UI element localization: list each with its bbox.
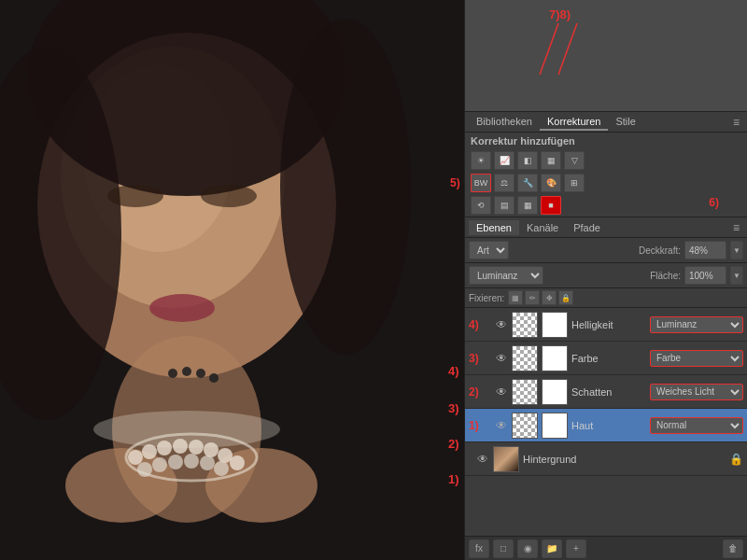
svg-point-22 bbox=[230, 455, 245, 470]
layer-haut-blend[interactable]: Normal bbox=[650, 417, 743, 434]
layer-farbe[interactable]: 3) 👁 Farbe Farbe bbox=[465, 342, 747, 375]
invert-icon[interactable]: ⟲ bbox=[471, 196, 491, 215]
svg-point-26 bbox=[184, 454, 199, 469]
lock-move-btn[interactable]: ✥ bbox=[542, 290, 557, 305]
blend-mode-select[interactable]: Luminanz bbox=[469, 266, 543, 285]
layer-schatten-thumb bbox=[512, 379, 538, 405]
gradient-map-icon[interactable]: ▤ bbox=[494, 196, 514, 215]
tab-ebenen[interactable]: Ebenen bbox=[469, 220, 519, 235]
layer-farbe-blend[interactable]: Farbe bbox=[650, 350, 743, 367]
layer-helligkeit-visibility[interactable]: 👁 bbox=[493, 316, 510, 333]
layer-hintergrund-thumb bbox=[493, 446, 519, 472]
layer-haut-visibility[interactable]: 👁 bbox=[493, 417, 510, 434]
layer-farbe-name: Farbe bbox=[571, 353, 650, 364]
layer-schatten-name: Schatten bbox=[571, 386, 650, 398]
svg-point-25 bbox=[168, 455, 183, 469]
new-layer-button[interactable]: + bbox=[566, 539, 586, 558]
layer-haut-thumb bbox=[512, 413, 538, 439]
layer-type-select[interactable]: Art bbox=[469, 241, 509, 259]
channel-mix-icon[interactable]: 🔧 bbox=[517, 174, 538, 192]
layer-hintergrund-name: Hintergrund bbox=[523, 454, 627, 465]
layer-farbe-visibility[interactable]: 👁 bbox=[493, 350, 510, 367]
lock-transparent-btn[interactable]: ▦ bbox=[508, 290, 523, 305]
new-group-button[interactable]: 📁 bbox=[542, 539, 562, 558]
svg-point-16 bbox=[142, 444, 157, 459]
layer-helligkeit[interactable]: 4) 👁 Helligkeit Luminanz bbox=[465, 308, 747, 342]
annotation-1: 1) bbox=[448, 472, 459, 486]
layer-schatten-visibility[interactable]: 👁 bbox=[493, 384, 510, 400]
layer-helligkeit-blend[interactable]: Luminanz bbox=[650, 316, 743, 333]
photo-filter-icon[interactable]: ⚖ bbox=[494, 174, 514, 192]
layer-hintergrund[interactable]: 👁 Hintergrund 🔒 bbox=[465, 442, 747, 476]
fx-button[interactable]: fx bbox=[469, 539, 489, 558]
svg-point-8 bbox=[201, 185, 257, 207]
opacity-label: Deckkraft: bbox=[639, 245, 681, 256]
svg-point-15 bbox=[128, 450, 143, 465]
svg-point-11 bbox=[93, 411, 280, 448]
tab-kanaele[interactable]: Kanäle bbox=[519, 220, 566, 235]
layer-helligkeit-annotation: 4) bbox=[469, 318, 479, 331]
solid-color-icon[interactable]: ■ bbox=[541, 196, 561, 215]
lock-all-btn[interactable]: 🔒 bbox=[558, 290, 573, 305]
mode-opacity-row: Art Deckkraft: ▼ bbox=[465, 238, 747, 263]
brightness-icon[interactable]: ☀ bbox=[471, 151, 491, 170]
corrections-panel: Korrektur hinzufügen ☀ 📈 ◧ ▦ ▽ 5) BW ⚖ 🔧… bbox=[465, 133, 747, 217]
annotation-5-label: 5) bbox=[450, 176, 460, 189]
color-lookup-icon[interactable]: 🎨 bbox=[541, 174, 561, 192]
tab-stile[interactable]: Stile bbox=[608, 114, 642, 131]
tab-pfade[interactable]: Pfade bbox=[566, 220, 608, 235]
svg-line-34 bbox=[558, 23, 577, 75]
svg-point-18 bbox=[173, 439, 188, 454]
opacity-arrow-btn[interactable]: ▼ bbox=[730, 241, 743, 259]
tab-korrekturen[interactable]: Korrekturen bbox=[540, 114, 608, 131]
svg-point-6 bbox=[280, 19, 411, 355]
layer-hintergrund-visibility[interactable]: 👁 bbox=[474, 451, 491, 468]
fill-input[interactable] bbox=[684, 266, 726, 285]
annotation-4: 4) bbox=[448, 364, 459, 378]
layer-helligkeit-mask bbox=[542, 312, 568, 338]
layer-hintergrund-lock-icon: 🔒 bbox=[729, 453, 743, 466]
layers-menu-btn[interactable]: ≡ bbox=[729, 221, 743, 234]
exposure-icon[interactable]: ◧ bbox=[517, 151, 538, 170]
panels: 7)8) Bibliotheken Korrekturen Stile ≡ Ko… bbox=[464, 0, 747, 560]
posterize-icon[interactable]: ⊞ bbox=[564, 174, 585, 192]
hsl-icon[interactable]: ▽ bbox=[564, 151, 585, 170]
layer-schatten-mask bbox=[542, 379, 568, 405]
svg-point-19 bbox=[189, 440, 204, 455]
corrections-row2: 5) BW ⚖ 🔧 🎨 ⊞ bbox=[465, 172, 747, 194]
add-mask-button[interactable]: □ bbox=[493, 539, 514, 558]
annotation-3: 3) bbox=[448, 401, 459, 415]
svg-point-29 bbox=[168, 369, 177, 378]
fill-label: Fläche: bbox=[650, 271, 681, 281]
annotation-6-label: 6) bbox=[709, 196, 719, 209]
layer-haut[interactable]: 1) 👁 Haut Normal bbox=[465, 409, 747, 442]
layer-schatten[interactable]: 2) 👁 Schatten Weiches Licht bbox=[465, 375, 747, 409]
curves-icon[interactable]: 📈 bbox=[494, 151, 514, 170]
svg-point-31 bbox=[196, 369, 205, 378]
bw-icon[interactable]: BW bbox=[471, 174, 491, 192]
layers-tabs: Ebenen Kanäle Pfade ≡ bbox=[465, 217, 747, 238]
selective-color-icon[interactable]: ▦ bbox=[517, 196, 538, 215]
top-preview: 7)8) bbox=[465, 0, 747, 112]
opacity-input[interactable] bbox=[684, 241, 726, 259]
svg-point-9 bbox=[149, 294, 215, 322]
corrections-menu-btn[interactable]: ≡ bbox=[729, 116, 743, 129]
delete-layer-button[interactable]: 🗑 bbox=[723, 539, 743, 558]
corrections-tabs: Bibliotheken Korrekturen Stile ≡ bbox=[465, 112, 747, 133]
corrections-title: Korrektur hinzufügen bbox=[465, 133, 747, 149]
layer-helligkeit-thumb bbox=[512, 312, 538, 338]
fill-arrow-btn[interactable]: ▼ bbox=[730, 266, 743, 285]
lock-image-btn[interactable]: ✏ bbox=[525, 290, 540, 305]
corrections-row3: ⟲ ▤ ▦ ■ 6) bbox=[465, 194, 747, 217]
fix-row: Fixieren: ▦ ✏ ✥ 🔒 bbox=[465, 288, 747, 308]
tab-bibliotheken[interactable]: Bibliotheken bbox=[469, 114, 540, 131]
layers-bottom-toolbar: fx □ ◉ 📁 + 🗑 bbox=[465, 536, 747, 560]
vibrance-icon[interactable]: ▦ bbox=[541, 151, 561, 170]
canvas-area: 4) 3) 2) 1) bbox=[0, 0, 464, 560]
layer-helligkeit-name: Helligkeit bbox=[571, 319, 650, 330]
layer-schatten-blend[interactable]: Weiches Licht bbox=[650, 384, 743, 400]
svg-point-30 bbox=[182, 367, 191, 376]
new-adjustment-button[interactable]: ◉ bbox=[517, 539, 538, 558]
layer-farbe-annotation: 3) bbox=[469, 352, 479, 365]
layer-haut-mask bbox=[542, 413, 568, 439]
